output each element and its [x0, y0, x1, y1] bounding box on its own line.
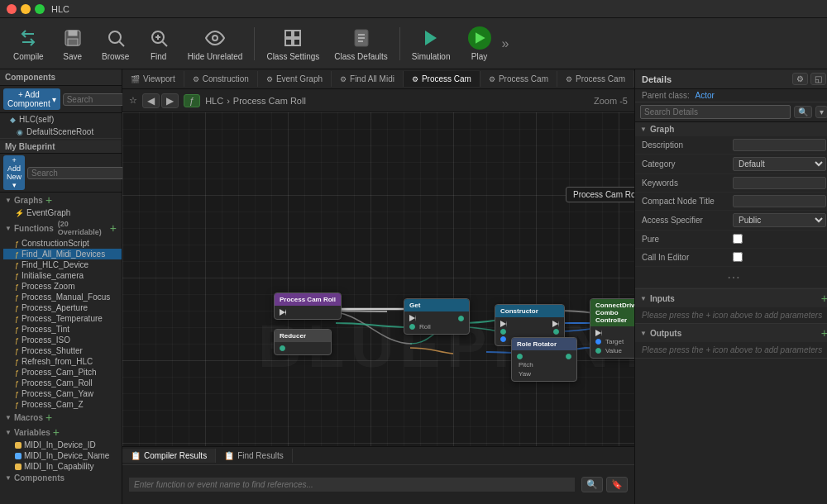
graph-item-eventgraph[interactable]: ⚡ EventGraph — [3, 207, 122, 218]
tab-process-cam-5[interactable]: ⚙Process Cam — [480, 71, 557, 87]
tree-item-defaultsceneroot[interactable]: ◉ DefaultSceneRoot — [0, 126, 122, 138]
node-pin-exec — [409, 314, 464, 322]
details-icon-btn2[interactable]: ◱ — [810, 73, 826, 85]
function-item-process-zoom[interactable]: ƒProcess Zoom — [3, 281, 122, 292]
class-defaults-button[interactable]: Class Defaults — [327, 23, 394, 64]
inputs-section-header[interactable]: ▼ Inputs + — [635, 289, 827, 307]
find-search-button[interactable]: 🔍 — [581, 477, 603, 492]
function-item-process_shutter[interactable]: ƒProcess_Shutter — [3, 345, 122, 356]
function-item-refresh_from_hlc[interactable]: ƒRefresh_from_HLC — [3, 356, 122, 367]
call-in-editor-checkbox[interactable] — [733, 252, 743, 262]
save-button[interactable]: Save — [52, 23, 93, 64]
close-button[interactable] — [7, 4, 17, 14]
find-references-input[interactable] — [129, 478, 575, 492]
browse-button[interactable]: Browse — [95, 23, 136, 64]
find-bookmark-button[interactable]: 🔖 — [606, 477, 628, 492]
compile-label: Compile — [13, 52, 44, 61]
variable-item-midi_in_device_id[interactable]: MIDI_In_Device_ID — [3, 440, 122, 450]
function-item-process_cam_z[interactable]: ƒProcess_Cam_Z — [3, 399, 122, 410]
add-output-button[interactable]: + — [821, 326, 827, 340]
details-icon-btn1[interactable]: ⚙ — [792, 73, 808, 85]
function-item-find_all_midi_devices[interactable]: ƒFind_All_Midi_Devices — [3, 249, 122, 259]
function-item-process_tint[interactable]: ƒProcess_Tint — [3, 324, 122, 335]
function-item-process_cam_roll[interactable]: ƒProcess_Cam_Roll — [3, 378, 122, 388]
bp-node-reducer[interactable]: Reducer — [274, 329, 332, 355]
access-specifier-select[interactable]: Public Protected Private — [733, 213, 826, 227]
variable-color-indicator — [15, 464, 22, 470]
find-button[interactable]: Find — [138, 23, 179, 64]
tab-viewport-0[interactable]: 🎬Viewport — [122, 71, 184, 87]
function-item-find_hlc_device[interactable]: ƒFind_HLC_Device — [3, 259, 122, 270]
description-input[interactable] — [733, 139, 826, 151]
variable-item-midi_in_capability[interactable]: MIDI_In_Capability — [3, 461, 122, 472]
exec-pin-2 — [500, 321, 507, 327]
function-icon: ƒ — [15, 283, 19, 291]
variables-section-label[interactable]: ▼ Variables + — [0, 425, 122, 440]
toolbar-more[interactable]: » — [502, 36, 509, 51]
variable-color-indicator — [15, 442, 22, 449]
maximize-button[interactable] — [35, 4, 45, 14]
tab-construction-1[interactable]: ⚙Construction — [184, 71, 258, 87]
window-controls[interactable] — [7, 4, 45, 14]
graphs-section-label[interactable]: ▼ Graphs + — [0, 193, 122, 207]
add-graph-button[interactable]: + — [45, 194, 52, 206]
category-select[interactable]: Default — [733, 157, 826, 171]
function-item-process_iso[interactable]: ƒProcess_ISO — [3, 335, 122, 345]
graph-section-header[interactable]: ▼ Graph — [635, 122, 827, 136]
nav-forward-button[interactable]: ▶ — [161, 93, 179, 108]
tab-find-all-midi-3[interactable]: ⚙Find All Midi — [332, 71, 404, 87]
add-component-button[interactable]: + Add Component ▾ — [3, 88, 60, 110]
bottom-tab-compiler-results[interactable]: 📋Compiler Results — [122, 449, 216, 463]
add-new-button[interactable]: + Add New ▾ — [3, 155, 25, 190]
class-settings-button[interactable]: Class Settings — [260, 23, 326, 64]
bp-node-entry[interactable]: Process Cam Roll — [274, 292, 342, 320]
details-access-row: Access Specifier Public Protected Privat… — [635, 211, 827, 231]
tree-item-hlc[interactable]: ◆ HLC(self) — [0, 113, 122, 126]
tab-process-cam-4[interactable]: ⚙Process Cam — [404, 71, 480, 87]
compact-node-title-input[interactable] — [733, 195, 826, 207]
components-section-label[interactable]: ▼ Components — [0, 472, 122, 484]
add-macro-button[interactable]: + — [45, 411, 52, 423]
bp-node-rotator[interactable]: Role Rotator Pitch Yaw — [511, 337, 577, 382]
pure-checkbox[interactable] — [733, 234, 743, 244]
bp-node-mid1[interactable]: Get Roll — [404, 298, 470, 335]
add-input-button[interactable]: + — [821, 292, 827, 305]
tab-icon-6: ⚙ — [566, 75, 572, 83]
play-button[interactable]: Play — [459, 23, 500, 64]
add-variable-button[interactable]: + — [53, 426, 60, 438]
bp-node-connect[interactable]: ConnectDrive Combo Controller Target Val… — [590, 298, 634, 359]
details-search-button[interactable]: 🔍 — [794, 106, 812, 118]
tab-event-graph-2[interactable]: ⚙Event Graph — [258, 71, 332, 87]
save-icon — [61, 26, 84, 50]
function-item-constructionscript[interactable]: ƒConstructionScript — [3, 238, 122, 249]
outputs-section-header[interactable]: ▼ Outputs + — [635, 324, 827, 342]
details-search-input[interactable] — [640, 105, 791, 119]
favorite-star-icon[interactable]: ☆ — [129, 95, 137, 106]
add-function-button[interactable]: + — [110, 222, 117, 234]
minimize-button[interactable] — [21, 4, 31, 14]
nav-back-button[interactable]: ◀ — [142, 93, 160, 108]
bottom-tab-find-results[interactable]: 📋Find Results — [216, 449, 293, 463]
function-item-process_cam_pitch[interactable]: ƒProcess_Cam_Pitch — [3, 367, 122, 378]
tab-process-cam-6[interactable]: ⚙Process Cam — [557, 71, 634, 87]
function-item-process_manual_focus[interactable]: ƒProcess_Manual_Focus — [3, 292, 122, 302]
functions-section-label[interactable]: ▼ Functions (20 Overridable) + — [0, 218, 122, 238]
variable-item-midi_in_device_name[interactable]: MIDI_In_Device_Name — [3, 450, 122, 461]
simulation-label: Simulation — [412, 52, 451, 61]
macros-section-label[interactable]: ▼ Macros + — [0, 410, 122, 425]
simulation-button[interactable]: Simulation — [405, 23, 457, 64]
blueprint-toolbar: + Add New ▾ ⚙ — [0, 154, 122, 193]
function-item-initialise_camera[interactable]: ƒInitialise_camera — [3, 270, 122, 281]
tab-icon-2: ⚙ — [266, 75, 273, 83]
function-item-process_cam_yaw[interactable]: ƒProcess_Cam_Yaw — [3, 388, 122, 399]
compile-button[interactable]: Compile — [7, 23, 50, 64]
function-item-process_temperature[interactable]: ƒProcess_Temperature — [3, 313, 122, 324]
hide-unrelated-button[interactable]: Hide Unrelated — [181, 23, 250, 64]
parent-class-link[interactable]: Actor — [696, 91, 715, 100]
function-icon: ƒ — [15, 358, 19, 366]
exec-pin-icon — [280, 309, 286, 316]
keywords-input[interactable] — [733, 177, 826, 189]
details-options-button[interactable]: ▾ — [815, 106, 827, 118]
graph-area[interactable]: BLUEPRINT — [122, 112, 634, 446]
function-item-process_aperture[interactable]: ƒProcess_Aperture — [3, 302, 122, 313]
